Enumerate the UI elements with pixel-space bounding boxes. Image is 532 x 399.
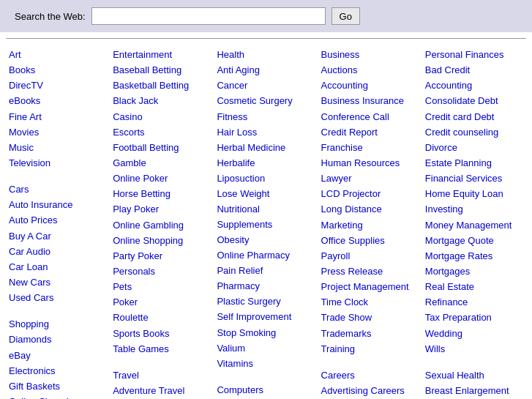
link-0-1-0[interactable]: Cars [9, 182, 107, 197]
link-2-0-8[interactable]: Liposuction [217, 171, 315, 186]
link-0-0-5[interactable]: Movies [9, 125, 107, 140]
link-3-0-7[interactable]: Human Resources [321, 156, 419, 171]
link-3-0-6[interactable]: Franchise [321, 141, 419, 155]
link-3-0-5[interactable]: Credit Report [321, 125, 419, 140]
link-0-0-7[interactable]: Television [9, 156, 107, 171]
link-4-0-10[interactable]: Investing [425, 202, 523, 217]
link-3-0-4[interactable]: Conference Call [321, 110, 419, 124]
link-2-1-0[interactable]: Computers [217, 383, 315, 398]
link-3-0-1[interactable]: Auctions [321, 63, 419, 78]
link-1-0-4[interactable]: Casino [113, 110, 211, 124]
link-4-0-2[interactable]: Accounting [425, 78, 523, 93]
link-2-0-4[interactable]: Fitness [217, 110, 315, 124]
link-1-0-14[interactable]: Personals [113, 264, 211, 279]
link-0-2-0[interactable]: Shopping [9, 317, 107, 332]
link-4-0-19[interactable]: Wills [425, 342, 523, 357]
link-4-0-11[interactable]: Money Management [425, 218, 523, 233]
link-2-0-1[interactable]: Anti Aging [217, 63, 315, 78]
link-1-0-15[interactable]: Pets [113, 280, 211, 294]
link-0-0-6[interactable]: Music [9, 141, 107, 155]
link-4-0-6[interactable]: Divorce [425, 141, 523, 155]
link-3-0-15[interactable]: Project Management [321, 280, 419, 294]
link-4-0-8[interactable]: Financial Services [425, 171, 523, 186]
link-4-1-1[interactable]: Breast Enlargement [425, 384, 523, 398]
link-1-0-19[interactable]: Table Games [113, 342, 211, 357]
link-2-0-5[interactable]: Hair Loss [217, 125, 315, 140]
link-3-0-12[interactable]: Office Supplies [321, 234, 419, 248]
link-2-0-18[interactable]: Valium [217, 341, 315, 356]
link-2-0-11[interactable]: Obesity [217, 233, 315, 247]
search-input[interactable] [91, 7, 326, 25]
link-2-0-13[interactable]: Pain Relief [217, 264, 315, 278]
link-1-0-7[interactable]: Gamble [113, 156, 211, 171]
link-4-0-0[interactable]: Personal Finances [425, 48, 523, 62]
link-1-0-11[interactable]: Online Gambling [113, 218, 211, 233]
link-1-0-17[interactable]: Roulette [113, 310, 211, 325]
link-0-1-4[interactable]: Car Audio [9, 245, 107, 259]
link-3-0-9[interactable]: LCD Projector [321, 187, 419, 201]
link-4-0-9[interactable]: Home Equity Loan [425, 187, 523, 201]
link-0-1-3[interactable]: Buy A Car [9, 229, 107, 244]
link-3-0-11[interactable]: Marketing [321, 218, 419, 233]
link-0-0-1[interactable]: Books [9, 63, 107, 78]
link-0-2-2[interactable]: eBay [9, 348, 107, 363]
link-0-1-5[interactable]: Car Loan [9, 260, 107, 275]
link-1-0-8[interactable]: Online Poker [113, 171, 211, 186]
link-0-1-1[interactable]: Auto Insurance [9, 198, 107, 212]
link-0-0-4[interactable]: Fine Art [9, 110, 107, 124]
link-3-0-0[interactable]: Business [321, 48, 419, 62]
link-4-0-5[interactable]: Credit counseling [425, 125, 523, 140]
link-4-0-4[interactable]: Credit card Debt [425, 110, 523, 124]
link-0-0-3[interactable]: eBooks [9, 94, 107, 108]
link-0-2-3[interactable]: Electronics [9, 364, 107, 379]
link-1-1-0[interactable]: Travel [113, 368, 211, 383]
link-1-0-16[interactable]: Poker [113, 295, 211, 310]
link-2-0-10[interactable]: Nutritional Supplements [217, 202, 315, 231]
link-4-0-7[interactable]: Estate Planning [425, 156, 523, 171]
link-2-0-2[interactable]: Cancer [217, 78, 315, 93]
link-2-0-3[interactable]: Cosmetic Surgery [217, 94, 315, 108]
link-0-1-7[interactable]: Used Cars [9, 291, 107, 305]
link-3-0-13[interactable]: Payroll [321, 249, 419, 264]
link-2-0-19[interactable]: Vitamins [217, 357, 315, 371]
link-2-0-7[interactable]: Herbalife [217, 156, 315, 171]
link-2-0-9[interactable]: Lose Weight [217, 187, 315, 201]
link-1-0-12[interactable]: Online Shopping [113, 234, 211, 248]
link-1-0-10[interactable]: Play Poker [113, 202, 211, 217]
link-0-2-5[interactable]: Online Shopping [9, 395, 107, 399]
link-4-0-16[interactable]: Refinance [425, 295, 523, 310]
link-0-1-2[interactable]: Auto Prices [9, 213, 107, 228]
go-button[interactable]: Go [331, 7, 360, 25]
link-3-1-0[interactable]: Careers [321, 368, 419, 383]
link-4-0-1[interactable]: Bad Credit [425, 63, 523, 78]
link-3-0-8[interactable]: Lawyer [321, 171, 419, 186]
link-4-0-13[interactable]: Mortgage Rates [425, 249, 523, 264]
link-2-0-15[interactable]: Plastic Surgery [217, 294, 315, 309]
link-4-0-3[interactable]: Consolidate Debt [425, 94, 523, 108]
link-2-0-12[interactable]: Online Pharmacy [217, 248, 315, 263]
link-1-0-13[interactable]: Party Poker [113, 249, 211, 264]
link-3-0-2[interactable]: Accounting [321, 78, 419, 93]
link-2-0-16[interactable]: Self Improvement [217, 310, 315, 324]
link-4-0-15[interactable]: Real Estate [425, 280, 523, 294]
link-3-0-3[interactable]: Business Insurance [321, 94, 419, 108]
link-3-0-10[interactable]: Long Distance [321, 202, 419, 217]
link-1-0-5[interactable]: Escorts [113, 125, 211, 140]
link-4-0-14[interactable]: Mortgages [425, 264, 523, 279]
link-0-0-2[interactable]: DirecTV [9, 78, 107, 93]
link-3-0-14[interactable]: Press Release [321, 264, 419, 279]
link-0-1-6[interactable]: New Cars [9, 275, 107, 290]
link-2-0-6[interactable]: Herbal Medicine [217, 141, 315, 155]
link-1-0-1[interactable]: Baseball Betting [113, 63, 211, 78]
link-3-1-1[interactable]: Advertising Careers [321, 384, 419, 398]
link-0-0-0[interactable]: Art [9, 48, 107, 62]
link-1-0-0[interactable]: Entertainment [113, 48, 211, 62]
link-1-0-6[interactable]: Football Betting [113, 141, 211, 155]
link-0-2-4[interactable]: Gift Baskets [9, 379, 107, 394]
link-3-0-17[interactable]: Trade Show [321, 310, 419, 325]
link-2-0-17[interactable]: Stop Smoking [217, 326, 315, 340]
link-1-0-2[interactable]: Basketball Betting [113, 78, 211, 93]
link-1-0-3[interactable]: Black Jack [113, 94, 211, 108]
link-3-0-16[interactable]: Time Clock [321, 295, 419, 310]
link-2-0-14[interactable]: Pharmacy [217, 279, 315, 294]
